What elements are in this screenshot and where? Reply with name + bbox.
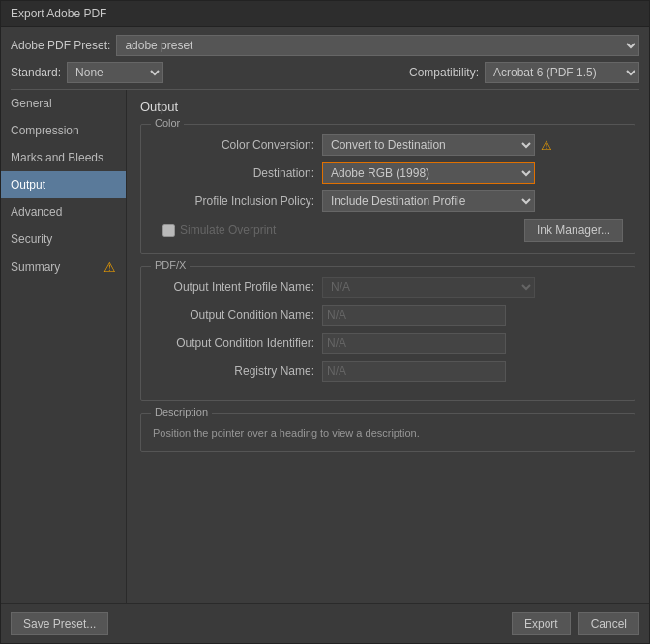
destination-control: Adobe RGB (1998)	[322, 162, 623, 184]
registry-input	[322, 361, 506, 382]
color-group: Color Color Conversion: Convert to Desti…	[140, 124, 635, 254]
preset-row: Adobe PDF Preset: adobe preset	[1, 27, 649, 60]
sidebar-item-compression[interactable]: Compression	[1, 117, 126, 144]
simulate-overprint-row: Simulate Overprint Ink Manager...	[153, 219, 623, 242]
description-group-label: Description	[151, 406, 212, 418]
sidebar-item-general[interactable]: General	[1, 90, 126, 117]
color-conversion-label: Color Conversion:	[153, 138, 322, 152]
profile-inclusion-select[interactable]: Include Destination Profile	[322, 190, 535, 212]
destination-row: Destination: Adobe RGB (1998)	[153, 162, 623, 184]
registry-row: Registry Name:	[153, 361, 623, 382]
simulate-overprint-label: Simulate Overprint	[180, 223, 276, 237]
color-conversion-row: Color Conversion: Convert to Destination…	[153, 134, 623, 156]
standard-select[interactable]: None	[67, 62, 163, 83]
color-conversion-control: Convert to Destination ⚠	[322, 134, 623, 156]
output-intent-select: N/A	[322, 277, 535, 298]
content-area: General Compression Marks and Bleeds Out…	[1, 90, 649, 603]
sidebar-item-output[interactable]: Output	[1, 171, 126, 198]
registry-label: Registry Name:	[153, 365, 322, 378]
cancel-button[interactable]: Cancel	[578, 612, 639, 635]
compat-select[interactable]: Acrobat 6 (PDF 1.5)	[485, 62, 639, 83]
save-preset-button[interactable]: Save Preset...	[11, 612, 108, 635]
output-intent-row: Output Intent Profile Name: N/A	[153, 277, 623, 298]
bottom-bar: Save Preset... Export Cancel	[1, 603, 649, 643]
sidebar-item-advanced[interactable]: Advanced	[1, 198, 126, 225]
profile-inclusion-label: Profile Inclusion Policy:	[153, 194, 322, 208]
compat-label: Compatibility:	[409, 66, 479, 79]
compat-group: Compatibility: Acrobat 6 (PDF 1.5)	[409, 62, 639, 83]
profile-inclusion-row: Profile Inclusion Policy: Include Destin…	[153, 190, 623, 212]
title-bar: Export Adobe PDF	[1, 1, 649, 27]
bottom-left: Save Preset...	[11, 612, 108, 635]
output-condition-id-input	[322, 333, 506, 354]
pdfx-group: PDF/X Output Intent Profile Name: N/A Ou…	[140, 266, 635, 401]
output-condition-row: Output Condition Name:	[153, 305, 623, 326]
preset-label: Adobe PDF Preset:	[11, 39, 110, 52]
destination-label: Destination:	[153, 166, 322, 180]
main-window: Export Adobe PDF Adobe PDF Preset: adobe…	[0, 0, 650, 644]
panel-title: Output	[140, 100, 635, 114]
simulate-overprint-checkbox	[162, 224, 175, 237]
profile-inclusion-control: Include Destination Profile	[322, 190, 623, 212]
color-conversion-warning: ⚠	[541, 138, 552, 153]
sidebar-item-security[interactable]: Security	[1, 225, 126, 252]
output-condition-label: Output Condition Name:	[153, 308, 322, 322]
output-condition-input	[322, 305, 506, 326]
description-group: Description Position the pointer over a …	[140, 413, 635, 452]
summary-warning-icon: ⚠	[103, 259, 116, 275]
ink-manager-button[interactable]: Ink Manager...	[524, 219, 623, 242]
output-condition-control	[322, 305, 623, 326]
color-group-label: Color	[151, 117, 184, 129]
options-row: Standard: None Compatibility: Acrobat 6 …	[1, 60, 649, 89]
output-intent-control: N/A	[322, 277, 623, 298]
destination-select[interactable]: Adobe RGB (1998)	[322, 162, 535, 184]
sidebar: General Compression Marks and Bleeds Out…	[1, 90, 127, 603]
pdfx-group-label: PDF/X	[151, 259, 190, 271]
output-condition-id-row: Output Condition Identifier:	[153, 333, 623, 354]
output-intent-label: Output Intent Profile Name:	[153, 280, 322, 294]
standard-label: Standard:	[11, 66, 61, 79]
preset-select[interactable]: adobe preset	[116, 35, 639, 56]
registry-control	[322, 361, 623, 382]
main-panel: Output Color Color Conversion: Convert t…	[127, 90, 649, 603]
window-title: Export Adobe PDF	[11, 7, 106, 20]
export-button[interactable]: Export	[512, 612, 571, 635]
sidebar-item-summary[interactable]: Summary ⚠	[1, 252, 126, 281]
output-condition-id-label: Output Condition Identifier:	[153, 337, 322, 350]
output-condition-id-control	[322, 333, 623, 354]
color-conversion-select[interactable]: Convert to Destination	[322, 134, 535, 156]
sidebar-item-marks-bleeds[interactable]: Marks and Bleeds	[1, 144, 126, 171]
description-text: Position the pointer over a heading to v…	[153, 424, 623, 439]
